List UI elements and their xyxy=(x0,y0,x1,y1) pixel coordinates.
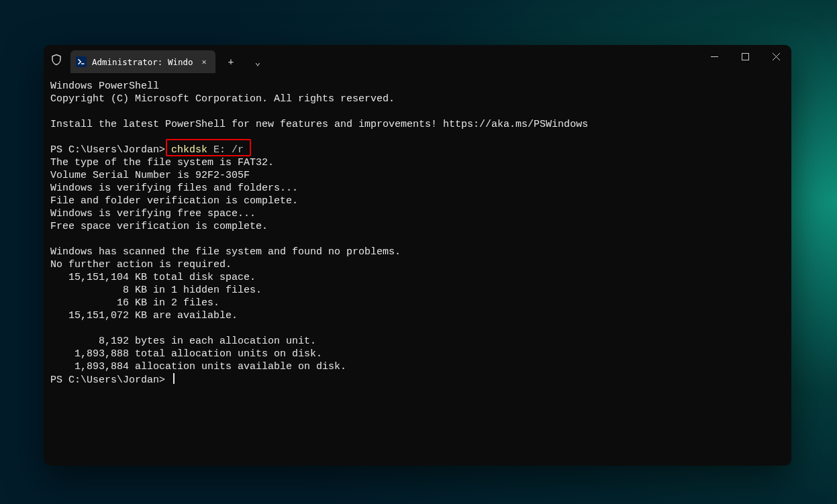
maximize-button[interactable] xyxy=(730,45,760,68)
admin-shield-icon xyxy=(50,54,62,66)
tab-dropdown-button[interactable]: ⌄ xyxy=(246,50,269,73)
titlebar-drag-area[interactable] xyxy=(269,45,699,74)
command-keyword: chkdsk xyxy=(171,144,207,156)
close-window-button[interactable] xyxy=(760,45,791,68)
terminal-line: 1,893,888 total allocation units on disk… xyxy=(50,348,785,360)
tab-close-button[interactable]: ✕ xyxy=(198,56,210,68)
titlebar-left: Administrator: Windows PowerShell ✕ + ⌄ xyxy=(44,45,269,74)
minimize-button[interactable] xyxy=(699,45,730,68)
terminal-line: Windows is verifying files and folders..… xyxy=(50,182,785,195)
new-tab-button[interactable]: + xyxy=(219,50,242,73)
terminal-line: 15,151,104 KB total disk space. xyxy=(50,271,785,284)
prompt: PS C:\Users\Jordan> xyxy=(50,374,171,386)
terminal-line: Install the latest PowerShell for new fe… xyxy=(50,118,785,131)
terminal-line: Windows is verifying free space... xyxy=(50,207,785,220)
terminal-line: 8,192 bytes in each allocation unit. xyxy=(50,335,785,348)
terminal-output[interactable]: Windows PowerShellCopyright (C) Microsof… xyxy=(44,74,791,393)
terminal-line: The type of the file system is FAT32. xyxy=(50,156,785,169)
terminal-line: 16 KB in 2 files. xyxy=(50,297,785,309)
prompt: PS C:\Users\Jordan> xyxy=(50,144,171,156)
tab-active[interactable]: Administrator: Windows PowerShell ✕ xyxy=(70,50,215,73)
terminal-line: 15,151,072 KB are available. xyxy=(50,309,785,322)
terminal-line: PS C:\Users\Jordan> xyxy=(50,373,785,387)
terminal-window: Administrator: Windows PowerShell ✕ + ⌄ xyxy=(44,45,791,466)
terminal-line: PS C:\Users\Jordan> chkdsk E: /r xyxy=(50,144,785,156)
terminal-line: File and folder verification is complete… xyxy=(50,195,785,207)
terminal-line: 8 KB in 1 hidden files. xyxy=(50,284,785,297)
terminal-line xyxy=(50,131,785,144)
terminal-line: Free space verification is complete. xyxy=(50,220,785,233)
svg-rect-1 xyxy=(742,53,748,60)
desktop-background: Administrator: Windows PowerShell ✕ + ⌄ xyxy=(0,0,837,504)
terminal-line: No further action is required. xyxy=(50,258,785,271)
command-args: E: /r xyxy=(207,144,244,156)
terminal-line: Windows has scanned the file system and … xyxy=(50,246,785,258)
terminal-line: Copyright (C) Microsoft Corporation. All… xyxy=(50,93,785,105)
terminal-line xyxy=(50,233,785,246)
terminal-line xyxy=(50,105,785,118)
terminal-line: Windows PowerShell xyxy=(50,80,785,93)
terminal-line: Volume Serial Number is 92F2-305F xyxy=(50,169,785,182)
powershell-icon xyxy=(76,56,87,67)
terminal-line xyxy=(50,322,785,335)
text-cursor xyxy=(173,373,175,384)
svg-rect-0 xyxy=(711,56,718,57)
terminal-line: 1,893,884 allocation units available on … xyxy=(50,360,785,373)
tab-title: Administrator: Windows PowerShell xyxy=(92,57,193,67)
window-controls xyxy=(699,45,791,74)
titlebar[interactable]: Administrator: Windows PowerShell ✕ + ⌄ xyxy=(44,45,791,74)
